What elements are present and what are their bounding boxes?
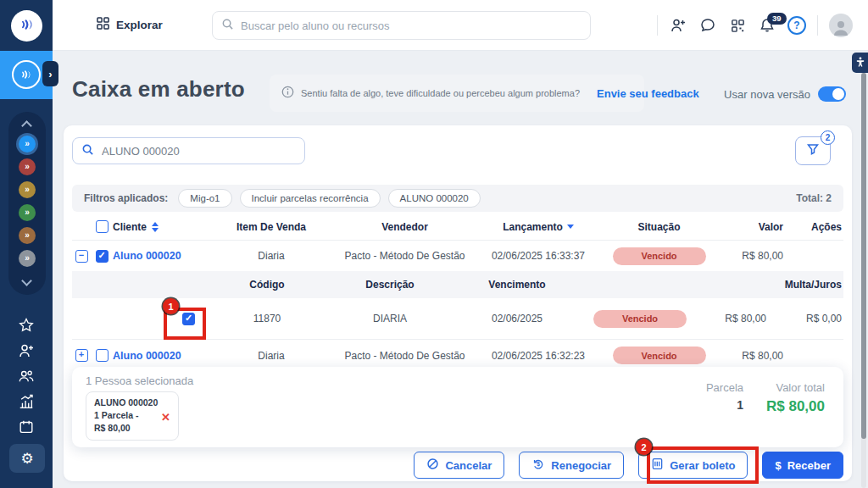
people-icon[interactable] [17,367,36,385]
selected-person-card: ALUNO 000020 1 Parcela - R$ 80,00 ✕ [86,391,179,441]
explore-button[interactable]: Explorar [97,17,163,32]
column-multa-juros: Multa/Juros [771,279,843,291]
column-vendedor[interactable]: Vendedor [335,221,475,233]
funnel-icon [806,142,820,159]
app-window: › » » » » » » ⚙ [0,0,868,488]
receive-button[interactable]: $ Receber [762,452,843,479]
explore-label: Explorar [116,19,163,31]
column-descricao: Descrição [326,279,453,291]
new-version-toggle-group: Usar nova versão [724,86,846,102]
filter-count-badge: 2 [821,130,835,145]
unit-item-red[interactable]: » [19,158,36,175]
scrollbar-thumb[interactable] [861,73,866,439]
unit-item-green[interactable]: » [19,204,36,221]
receive-label: Receber [787,459,831,472]
parcela-value: 1 [706,398,743,412]
chevron-up-icon[interactable] [21,120,32,131]
remove-selection-icon[interactable]: ✕ [161,411,170,424]
brand-logo[interactable] [11,10,42,42]
gear-icon: ⚙ [20,450,33,467]
wave-logo-icon [18,15,36,37]
accessibility-tab[interactable] [852,53,868,73]
switch-knob [832,88,844,100]
cell-valor: R$ 80,00 [699,313,771,324]
new-version-switch[interactable] [818,86,846,102]
feedback-link[interactable]: Envie seu feedback [597,87,699,100]
column-acoes[interactable]: Ações [788,221,843,233]
unit-switcher: » » » » » » [8,112,46,295]
info-icon [281,86,294,102]
question-mark-icon: ? [793,19,799,31]
settings-button[interactable]: ⚙ [9,444,45,473]
cancel-button[interactable]: Cancelar [414,452,504,479]
calendar-icon[interactable] [17,418,36,436]
cell-lancamento: 02/06/2025 16:33:37 [475,250,602,262]
page-title: Caixa em aberto [72,76,245,103]
collapse-row-icon[interactable]: − [75,250,88,263]
column-codigo: Código [208,279,326,291]
status-badge-overdue: Vencido [593,310,687,328]
favorites-star-icon[interactable] [17,316,36,335]
filters-button[interactable]: 2 [795,136,831,165]
user-avatar[interactable] [829,14,853,37]
annotation-step2-badge: 2 [636,439,652,455]
search-icon [81,143,94,159]
qr-code-icon[interactable] [728,16,747,35]
row-checkbox[interactable] [96,349,108,362]
student-search[interactable] [72,137,305,164]
active-module-logo-icon [12,60,41,89]
annotation-step1-badge: 1 [163,298,179,314]
notifications-bell-icon[interactable]: 39 [758,16,776,35]
divider [817,15,818,36]
student-search-input[interactable] [102,145,296,158]
filter-chip[interactable]: Mig-o1 [178,189,231,208]
reports-chart-icon[interactable] [17,392,36,411]
sort-desc-icon [567,225,574,229]
column-lancamento[interactable]: Lançamento [475,221,602,233]
column-item-de-venda[interactable]: Item De Venda [208,221,335,233]
unit-item-gold[interactable]: » [19,181,36,198]
client-link[interactable]: Aluno 000020 [113,250,181,262]
accessibility-icon [856,55,865,70]
column-vencimento: Vencimento [453,279,581,291]
unit-item-brown[interactable]: » [19,227,36,244]
sort-icons[interactable] [152,222,159,232]
search-icon [221,18,234,34]
chevron-down-icon[interactable] [21,275,32,286]
topbar: Explorar 39 ? [53,0,868,51]
expand-row-icon[interactable]: + [75,349,88,362]
cell-lancamento: 02/06/2025 16:32:23 [475,350,602,362]
svg-text:$: $ [537,461,541,468]
selected-person-detail: 1 Parcela - [94,409,170,422]
divider [657,15,658,36]
renegotiate-button[interactable]: $ Renegociar [519,452,624,479]
chat-icon[interactable] [698,16,717,35]
cell-vencimento: 02/06/2025 [453,313,581,324]
feedback-banner: Sentiu falta de algo, teve dificuldade o… [270,75,644,112]
filter-chip[interactable]: ALUNO 000020 [388,189,481,208]
total-value: R$ 80,00 [766,398,825,415]
cell-multa-juros: R$ 0,00 [771,313,843,324]
unit-item-blue[interactable]: » [19,136,36,152]
dollar-icon: $ [775,459,781,472]
global-search[interactable] [212,11,591,40]
help-button[interactable]: ? [787,16,806,35]
column-valor[interactable]: Valor [716,221,788,233]
status-badge-overdue: Vencido [613,247,706,265]
row-checkbox-checked[interactable] [96,250,108,263]
selected-count-label: 1 Pessoa selecionada [86,374,193,387]
sidebar-expand-tab[interactable]: › [42,61,58,86]
add-user-icon[interactable] [669,16,687,35]
unit-item-gray[interactable]: » [19,250,36,267]
filter-chip[interactable]: Incluir parcelas recorrência [240,189,381,208]
open-cashier-card: 2 Filtros aplicados: Mig-o1 Incluir parc… [64,125,852,481]
total-count: Total: 2 [796,192,832,204]
global-search-input[interactable] [241,19,581,32]
column-cliente[interactable]: Cliente [113,221,208,233]
column-situacao[interactable]: Situação [602,221,716,233]
client-link[interactable]: Aluno 000020 [113,350,181,362]
add-person-icon[interactable] [17,341,36,360]
select-all-checkbox[interactable] [96,220,108,233]
cell-valor: R$ 80,00 [716,350,788,362]
cell-item: Diaria [208,350,335,362]
